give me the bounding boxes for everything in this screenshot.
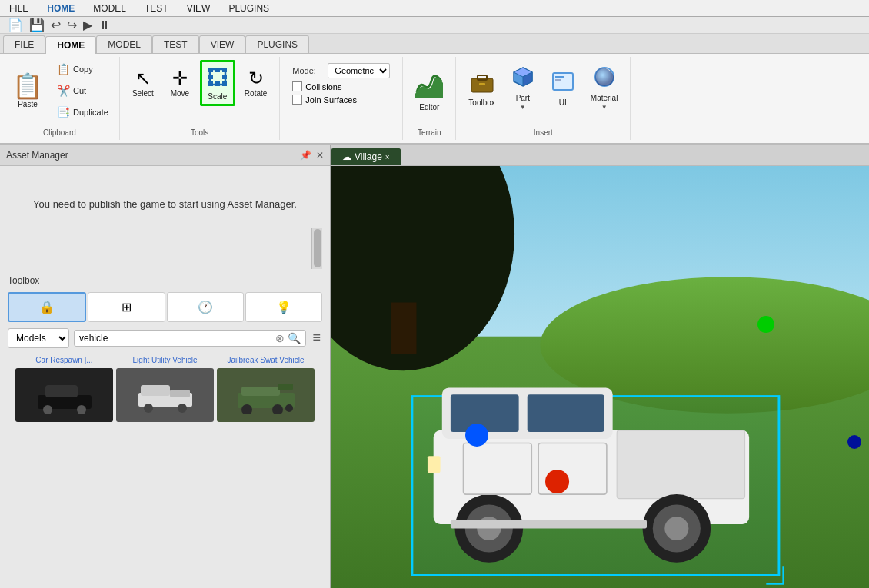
panel-pin-button[interactable]: 📌	[300, 150, 311, 161]
scale-button[interactable]: Scale	[200, 60, 235, 106]
tab-home[interactable]: HOME	[45, 36, 96, 54]
rotate-label: Rotate	[245, 89, 267, 98]
duplicate-label: Duplicate	[73, 108, 108, 117]
material-label: Material	[591, 94, 618, 102]
play-icon[interactable]: ▶	[82, 16, 94, 34]
svg-rect-30	[278, 384, 293, 390]
ribbon: 📋 Paste 📋 Copy ✂️ Cut 📑 Duplicate Clipbo…	[0, 54, 869, 145]
scene	[331, 166, 869, 588]
panel-content-area	[0, 228, 311, 269]
collisions-checkbox[interactable]: Collisions	[292, 81, 341, 91]
undo-icon[interactable]: ↩	[49, 16, 62, 34]
terrain-group-label: Terrain	[418, 125, 441, 137]
panel-close-button[interactable]: ✕	[316, 150, 324, 161]
asset-item-1: Car Respawn |...	[15, 354, 113, 365]
panel-controls: 📌 ✕	[300, 150, 324, 161]
viewport: ☁ Village ×	[331, 145, 869, 588]
ui-label: UI	[559, 98, 567, 107]
asset-item-2-label[interactable]: Light Utility Vehicle	[133, 356, 198, 364]
asset-thumbs-row	[8, 368, 322, 427]
menu-model[interactable]: MODEL	[90, 2, 129, 15]
filter-select[interactable]: Models Meshes Images Audio	[8, 328, 69, 348]
clipboard-group: 📋 Paste 📋 Copy ✂️ Cut 📑 Duplicate Clipbo…	[0, 57, 120, 140]
svg-rect-11	[479, 83, 485, 85]
panel-scrollbar[interactable]	[311, 228, 322, 269]
toolbox-tab-recent[interactable]: 🕐	[167, 292, 244, 322]
toolbox-tab-light[interactable]: 💡	[245, 292, 322, 322]
toolbox-tab-lock[interactable]: 🔒	[8, 292, 86, 322]
menu-home[interactable]: HOME	[44, 2, 78, 15]
material-button[interactable]: Material ▼	[584, 60, 624, 115]
mode-select[interactable]: Geometric Local World	[328, 63, 390, 78]
svg-point-57	[545, 470, 569, 493]
svg-rect-3	[208, 81, 213, 86]
asset-thumb-1[interactable]	[15, 368, 113, 424]
join-surfaces-checkbox[interactable]: Join Surfaces	[292, 95, 357, 105]
copy-label: Copy	[73, 65, 93, 74]
viewport-tab-close[interactable]: ×	[385, 153, 390, 161]
new-icon[interactable]: 📄	[6, 16, 25, 34]
toolbox-button[interactable]: Toolbox	[462, 65, 501, 111]
cut-button[interactable]: ✂️ Cut	[52, 81, 113, 100]
asset-thumb-2-image	[116, 368, 214, 422]
toolbox-section: Toolbox 🔒 ⊞ 🕐 💡 Models Meshes	[0, 269, 330, 434]
duplicate-icon: 📑	[57, 106, 70, 118]
scrollbar-thumb	[314, 229, 321, 267]
dark-blue-dot	[847, 435, 861, 449]
toolbox-tab-grid[interactable]: ⊞	[88, 292, 165, 322]
asset-item-1-label[interactable]: Car Respawn |...	[35, 356, 92, 364]
svg-rect-10	[478, 75, 487, 80]
menu-file[interactable]: FILE	[6, 2, 32, 15]
panel-title: Asset Manager	[6, 150, 68, 161]
join-surfaces-box	[292, 95, 302, 105]
ui-icon	[551, 69, 575, 97]
search-icon[interactable]: 🔍	[288, 332, 301, 344]
panel-header: Asset Manager 📌 ✕	[0, 145, 330, 166]
editor-button[interactable]: Editor	[409, 60, 449, 121]
rotate-button[interactable]: ↻ Rotate	[238, 60, 273, 106]
svg-point-26	[144, 404, 153, 413]
svg-point-22	[77, 405, 86, 414]
tab-test[interactable]: TEST	[152, 35, 199, 53]
svg-point-27	[178, 404, 187, 413]
svg-rect-20	[45, 385, 78, 397]
part-icon	[511, 65, 535, 92]
asset-thumb-2[interactable]	[116, 368, 214, 424]
copy-button[interactable]: 📋 Copy	[52, 60, 113, 78]
part-label: Part	[516, 94, 530, 102]
collisions-row: Collisions	[292, 81, 390, 91]
tab-plugins[interactable]: PLUGINS	[245, 35, 309, 53]
tab-view[interactable]: VIEW	[199, 35, 246, 53]
asset-message: You need to publish the game to start us…	[0, 166, 330, 228]
svg-point-33	[285, 404, 293, 412]
menu-plugins[interactable]: PLUGINS	[225, 2, 272, 15]
clipboard-small-buttons: 📋 Copy ✂️ Cut 📑 Duplicate	[52, 60, 113, 121]
svg-rect-4	[222, 81, 227, 86]
ui-button[interactable]: UI	[544, 65, 581, 111]
tab-model[interactable]: MODEL	[96, 35, 152, 53]
clear-search-icon[interactable]: ⊗	[275, 332, 285, 344]
menu-view[interactable]: VIEW	[184, 2, 214, 15]
filter-input[interactable]	[79, 333, 272, 344]
duplicate-button[interactable]: 📑 Duplicate	[52, 103, 113, 121]
redo-icon[interactable]: ↪	[65, 16, 78, 34]
rotate-icon: ↻	[248, 69, 264, 88]
viewport-tab-village[interactable]: ☁ Village ×	[331, 148, 401, 165]
menu-test[interactable]: TEST	[142, 2, 171, 15]
move-button[interactable]: ✛ Move	[163, 60, 197, 106]
asset-item-3-label[interactable]: Jailbreak Swat Vehicle	[227, 356, 304, 364]
collisions-label: Collisions	[305, 82, 341, 91]
copy-icon: 📋	[57, 63, 70, 75]
ribbon-tab-bar: FILE HOME MODEL TEST VIEW PLUGINS	[0, 34, 869, 54]
tab-file[interactable]: FILE	[3, 35, 45, 53]
filter-options-button[interactable]: ≡	[311, 328, 322, 347]
save-icon[interactable]: 💾	[28, 16, 46, 34]
pause-icon[interactable]: ⏸	[97, 17, 112, 34]
asset-thumb-3[interactable]	[217, 368, 315, 424]
transform-group: Mode: Geometric Local World Collisions J…	[280, 57, 403, 140]
part-button[interactable]: Part ▼	[504, 60, 541, 115]
svg-rect-5	[215, 68, 220, 72]
svg-rect-25	[170, 390, 190, 397]
paste-button[interactable]: 📋 Paste	[6, 60, 49, 121]
select-button[interactable]: ↖ Select	[126, 60, 160, 106]
